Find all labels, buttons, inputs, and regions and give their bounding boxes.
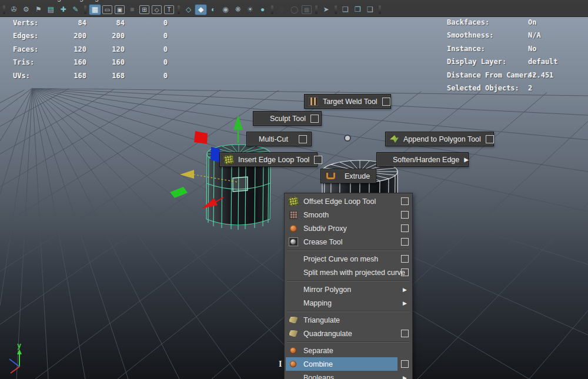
menubar-item-lighting[interactable]: Lighting	[74, 0, 99, 2]
menu-item-crease-tool[interactable]: Crease Tool	[285, 235, 412, 249]
triangulate-icon	[289, 316, 298, 324]
hud-row: Instance:No	[447, 42, 585, 55]
wireframe-mode-icon[interactable]: ◇	[183, 5, 194, 15]
menu-item-booleans[interactable]: Booleans ▶	[285, 371, 412, 379]
tool-label-multi-cut[interactable]: Multi-Cut	[246, 132, 312, 146]
option-box[interactable]	[401, 224, 409, 232]
xray-icon[interactable]: ❋	[232, 5, 243, 15]
hud-row: Edges:2002000	[13, 29, 183, 42]
film-gate-icon[interactable]: ▭	[102, 5, 112, 14]
bookmark-icon[interactable]: ⚑	[33, 5, 44, 15]
polygon-context-menu: Offset Edge Loop Tool Smooth Subdiv Prox…	[284, 193, 413, 379]
textured-mode-icon[interactable]: ◐	[208, 5, 219, 15]
stray-text: I	[279, 360, 282, 369]
image-view-icon[interactable]: ❑	[365, 5, 376, 15]
toolbar-separator	[3, 5, 5, 14]
hud-row: Smoothness:N/A	[447, 29, 585, 42]
multi-cut-option-box[interactable]	[299, 135, 307, 143]
option-box[interactable]	[401, 330, 409, 337]
menu-item-project-curve-on-mesh[interactable]: Project Curve on mesh	[285, 252, 412, 266]
option-box[interactable]	[401, 255, 409, 263]
crease-tool-icon	[289, 237, 298, 246]
grease-pencil-icon[interactable]: ✎	[70, 5, 81, 15]
option-box[interactable]	[401, 211, 409, 219]
menubar-item-view[interactable]: View	[7, 0, 22, 2]
pan-zoom-icon[interactable]: ✚	[58, 5, 69, 15]
menu-item-split-mesh-with-projected-curve[interactable]: Split mesh with projected curve	[285, 266, 412, 279]
hud-object-details: Backfaces:On Smoothness:N/A Instance:No …	[447, 16, 585, 95]
insert-edge-loop-option-box[interactable]	[314, 156, 322, 164]
menu-separator	[287, 280, 410, 281]
menu-item-triangulate[interactable]: Triangulate	[285, 313, 412, 327]
tool-label-insert-edge-loop[interactable]: Insert Edge Loop Tool	[219, 152, 318, 167]
subdiv-proxy-icon	[290, 225, 297, 232]
menu-item-offset-edge-loop-tool[interactable]: Offset Edge Loop Tool	[285, 194, 412, 208]
menu-item-subdiv-proxy[interactable]: Subdiv Proxy	[285, 222, 412, 235]
exposure-icon[interactable]: ◌	[276, 5, 288, 15]
snap-buffer-icon[interactable]: ❏	[340, 5, 351, 15]
menubar-item-shading[interactable]: Shading	[35, 0, 61, 2]
tool-label-append-to-polygon[interactable]: Append to Polygon Tool	[385, 132, 494, 146]
menu-item-mapping[interactable]: Mapping ▶	[285, 296, 412, 310]
maya-panel: ViewShadingLightingShowRendererPanels ✇⚙…	[0, 0, 588, 379]
lighting-icon[interactable]: ☀	[245, 5, 256, 15]
smooth-icon	[289, 211, 298, 219]
menu-separator	[287, 311, 410, 312]
extrude-icon	[326, 173, 335, 179]
camera-icon[interactable]: ✇	[8, 5, 19, 15]
resolution-gate-icon[interactable]: ▣	[115, 5, 125, 14]
panel-toolbar: ✇⚙⚑▤✚✎▦▭▣■⊞◇T◇◆◐◉❋☀●◌◯▩➤❏❐❑	[0, 3, 588, 17]
option-box[interactable]	[401, 360, 409, 368]
toolbar-separator	[271, 5, 273, 14]
menu-item-quadrangulate[interactable]: Quadrangulate	[285, 327, 412, 340]
menu-item-combine[interactable]: Combine	[285, 357, 412, 371]
grid-icon[interactable]: ▦	[89, 5, 101, 15]
separate-icon	[290, 347, 296, 354]
menubar-item-show[interactable]: Show	[112, 0, 129, 2]
tool-label-soften-harden-edge[interactable]: Soften/Harden Edge ▶	[376, 152, 469, 167]
use-default-material-icon[interactable]: ◉	[220, 5, 231, 15]
tool-label-sculpt[interactable]: Sculpt Tool	[253, 111, 322, 126]
submenu-arrow-icon: ▶	[401, 300, 409, 306]
manipulator-plane-blue[interactable]	[211, 147, 220, 162]
append-to-polygon-option-box[interactable]	[486, 135, 494, 143]
marquee-select-icon[interactable]: ➤	[320, 5, 332, 15]
gamma-icon[interactable]: ◯	[289, 5, 300, 15]
snap-buffer-active-icon[interactable]: ❐	[352, 5, 363, 15]
menu-item-separate[interactable]: Separate	[285, 344, 412, 357]
option-box[interactable]	[401, 269, 409, 276]
shaded-mode-icon[interactable]: ◆	[195, 5, 206, 15]
hud-row: Selected Objects:2	[447, 82, 585, 95]
toolbar-separator	[379, 5, 381, 14]
menubar-item-panels[interactable]: Panels	[185, 0, 206, 2]
option-box[interactable]	[401, 238, 409, 246]
toolbar-separator	[335, 5, 337, 14]
menu-separator	[287, 341, 410, 343]
safe-title-icon[interactable]: T	[164, 5, 174, 14]
tool-label-target-weld[interactable]: Target Weld Tool	[304, 94, 391, 109]
gate-mask-icon[interactable]: ■	[126, 5, 138, 15]
selected-face[interactable]	[233, 177, 248, 192]
option-box[interactable]	[401, 197, 409, 205]
menu-separator	[287, 250, 410, 251]
axis-y-label: y	[17, 341, 21, 350]
menu-item-smooth[interactable]: Smooth	[285, 208, 412, 222]
menu-item-mirror-polygon[interactable]: Mirror Polygon ▶	[285, 283, 412, 296]
shadows-icon[interactable]: ●	[257, 5, 268, 15]
submenu-arrow-icon: ▶	[401, 287, 409, 293]
isolate-select-icon[interactable]: ▩	[302, 5, 312, 14]
hud-row: Distance From Camera:42.451	[447, 69, 585, 82]
hud-row: UVs:1681680	[13, 69, 183, 82]
hud-row: Tris:1601600	[13, 56, 183, 69]
safe-action-icon[interactable]: ◇	[152, 5, 162, 14]
tool-label-extrude[interactable]: Extrude	[320, 169, 376, 183]
image-plane-icon[interactable]: ▤	[45, 5, 56, 15]
target-weld-option-box[interactable]	[382, 98, 390, 106]
toolbar-separator	[315, 5, 318, 14]
camera-attributes-icon[interactable]: ⚙	[21, 5, 32, 15]
field-chart-icon[interactable]: ⊞	[139, 5, 149, 14]
panel-menubar-items: ViewShadingLightingShowRendererPanels	[0, 0, 588, 2]
sculpt-option-box[interactable]	[310, 115, 319, 123]
menubar-item-renderer[interactable]: Renderer	[142, 0, 172, 2]
offset-edge-loop-tool-icon	[288, 196, 299, 206]
